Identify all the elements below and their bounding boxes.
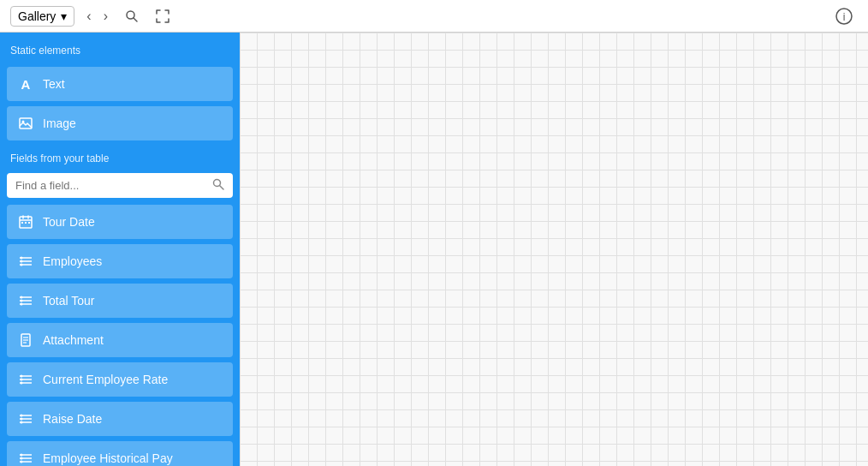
svg-rect-13 [25,222,27,224]
fields-section-label: Fields from your table [7,146,233,168]
svg-point-20 [21,264,23,266]
svg-rect-14 [28,222,30,224]
view-selector[interactable]: Gallery ▾ [10,6,74,27]
next-button[interactable]: › [98,5,113,27]
raise-date-icon [17,410,34,427]
sidebar-item-image[interactable]: Image [7,106,233,140]
sidebar-item-label: Current Employee Rate [43,373,168,386]
sidebar-item-tour-date[interactable]: Tour Date [7,205,233,239]
svg-point-48 [21,461,23,463]
sidebar-item-attachment[interactable]: Attachment [7,323,233,357]
attachment-icon [17,332,34,349]
main-layout: Static elements A Text Image Fields from… [0,33,868,466]
sidebar-item-text[interactable]: A Text [7,67,233,101]
grid-canvas [240,33,868,466]
total-tour-icon [17,292,34,309]
search-input[interactable] [15,179,207,192]
svg-point-41 [21,418,23,421]
svg-point-34 [21,375,23,378]
svg-line-7 [220,186,224,190]
info-button[interactable]: i [830,4,858,28]
sidebar-item-employee-historical-pay[interactable]: Employee Historical Pay [7,441,233,466]
svg-rect-12 [21,222,23,224]
fullscreen-button[interactable] [151,6,175,27]
expand-icon [156,9,169,23]
prev-button[interactable]: ‹ [81,5,96,27]
sidebar-item-label: Employee Historical Pay [43,451,173,465]
text-icon: A [17,75,34,93]
svg-point-46 [21,454,23,457]
dropdown-arrow-icon: ▾ [61,9,67,23]
gallery-view-label: Gallery [18,9,56,23]
toolbar: Gallery ▾ ‹ › i [0,0,868,33]
list-icon [17,253,34,270]
search-icon [125,9,139,23]
search-field-icon [212,178,224,193]
search-button[interactable] [120,6,144,27]
info-icon: i [835,8,853,25]
svg-point-5 [22,121,25,123]
sidebar-item-label: Image [43,116,76,130]
svg-point-42 [21,421,23,424]
svg-point-18 [21,257,23,260]
sidebar-item-total-tour[interactable]: Total Tour [7,284,233,318]
image-icon [17,115,34,132]
sidebar-item-label: Total Tour [43,294,94,308]
sidebar-item-label: Attachment [43,333,104,347]
svg-point-36 [21,382,23,385]
search-field-container [7,173,233,198]
svg-point-35 [21,379,23,381]
current-employee-rate-icon [17,371,34,388]
sidebar-item-current-employee-rate[interactable]: Current Employee Rate [7,362,233,397]
employee-historical-pay-icon [17,450,34,466]
canvas-area[interactable] [240,33,868,466]
svg-point-26 [21,303,23,306]
svg-line-1 [134,18,137,21]
sidebar-item-label: Text [43,77,65,91]
static-section-label: Static elements [7,43,233,62]
svg-text:i: i [843,11,846,23]
svg-point-19 [21,260,23,263]
sidebar-item-label: Tour Date [43,215,95,229]
sidebar: Static elements A Text Image Fields from… [0,33,240,466]
svg-point-47 [21,457,23,460]
sidebar-item-raise-date[interactable]: Raise Date [7,402,233,436]
svg-point-25 [21,300,23,302]
svg-point-40 [21,415,23,417]
sidebar-item-label: Employees [43,254,102,268]
sidebar-item-label: Raise Date [43,412,102,426]
sidebar-item-employees[interactable]: Employees [7,244,233,278]
calendar-icon [17,213,34,230]
nav-buttons: ‹ › [81,5,113,27]
svg-point-24 [21,296,23,299]
